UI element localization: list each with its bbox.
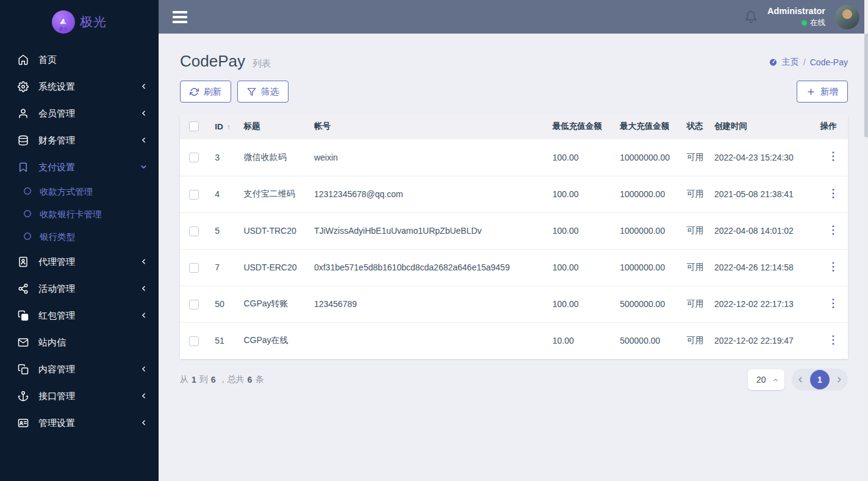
chevron-left-icon xyxy=(140,257,148,267)
cell-min-amount: 100.00 xyxy=(547,176,614,212)
row-checkbox[interactable] xyxy=(189,226,199,236)
cell-created-time: 2021-05-08 21:38:41 xyxy=(708,176,814,212)
header-account: 帐号 xyxy=(308,114,547,139)
cell-account: 12312345678@qq.com xyxy=(308,176,547,212)
cell-max-amount: 1000000.00 xyxy=(614,249,681,286)
table-row: 4 支付宝二维码 12312345678@qq.com 100.00 10000… xyxy=(180,176,848,212)
breadcrumb-home-link[interactable]: 主页 xyxy=(782,57,799,68)
sidebar-item-payment-settings[interactable]: 支付设置 xyxy=(0,154,159,181)
sidebar-item-system-settings[interactable]: 系统设置 xyxy=(0,73,159,100)
hamburger-menu-icon[interactable] xyxy=(173,11,187,23)
list-footer: 从1 到6 ，总共6 条 20 1 xyxy=(180,369,848,391)
gear-icon xyxy=(17,81,29,93)
cell-status: 可用 xyxy=(681,249,708,286)
sidebar-subitem-bank-cards[interactable]: 收款银行卡管理 xyxy=(0,203,159,226)
sidebar-item-api[interactable]: 接口管理 xyxy=(0,383,159,410)
home-icon xyxy=(17,54,29,66)
cell-min-amount: 100.00 xyxy=(547,286,614,322)
id-card-icon xyxy=(17,417,29,429)
page-subtitle: 列表 xyxy=(253,58,271,70)
cell-title: CGPay在线 xyxy=(237,322,308,359)
cell-status: 可用 xyxy=(681,176,708,212)
circle-icon xyxy=(23,209,32,220)
row-actions-button[interactable] xyxy=(829,335,838,345)
select-all-checkbox[interactable] xyxy=(189,121,199,131)
refresh-button[interactable]: 刷新 xyxy=(180,81,231,103)
sidebar-item-admin-settings[interactable]: 管理设置 xyxy=(0,410,159,436)
sidebar-item-members[interactable]: 会员管理 xyxy=(0,100,159,127)
user-info[interactable]: Administrator 在线 xyxy=(767,5,825,27)
cell-id: 5 xyxy=(209,212,237,249)
topbar: Administrator 在线 xyxy=(159,0,868,34)
brand-logo[interactable]: 极光 极光 xyxy=(0,4,159,40)
sidebar-item-home[interactable]: 首页 xyxy=(0,46,159,73)
prev-page-button[interactable] xyxy=(796,375,805,384)
row-checkbox[interactable] xyxy=(189,336,199,346)
sidebar-item-agents[interactable]: 代理管理 xyxy=(0,248,159,275)
add-button[interactable]: 新增 xyxy=(797,81,848,103)
sidebar-item-messages[interactable]: 站内信 xyxy=(0,329,159,356)
next-page-button[interactable] xyxy=(835,375,844,384)
filter-funnel-icon xyxy=(247,87,256,96)
cell-account: weixin xyxy=(308,139,547,176)
sort-asc-icon[interactable]: ↑ xyxy=(227,122,231,131)
header-id[interactable]: ID↑ xyxy=(209,114,237,139)
chevron-left-icon xyxy=(140,284,148,294)
row-actions-button[interactable] xyxy=(829,225,838,236)
cell-title: 微信收款码 xyxy=(237,139,308,176)
cell-created-time: 2022-12-02 22:19:47 xyxy=(708,322,814,359)
current-page-button[interactable]: 1 xyxy=(810,370,830,389)
row-actions-button[interactable] xyxy=(829,188,838,199)
bookmark-icon xyxy=(17,161,29,173)
cell-created-time: 2022-04-26 12:14:58 xyxy=(708,249,814,286)
chevron-left-icon xyxy=(140,418,148,429)
table-row: 3 微信收款码 weixin 100.00 10000000.00 可用 202… xyxy=(180,139,848,176)
address-book-icon xyxy=(17,256,29,268)
breadcrumb-separator: / xyxy=(803,57,806,67)
row-checkbox[interactable] xyxy=(189,263,199,273)
online-status-label: 在线 xyxy=(810,18,825,28)
sidebar-subitem-payment-methods[interactable]: 收款方式管理 xyxy=(0,181,159,203)
chevron-left-icon xyxy=(140,391,148,402)
table-row: 7 USDT-ERC20 0xf31be571e5d8b1610bcd8cda2… xyxy=(180,249,848,286)
chevron-left-icon xyxy=(140,109,148,119)
main-area: Administrator 在线 CodePay 列表 主页 / Code-Pa… xyxy=(159,0,868,481)
row-checkbox[interactable] xyxy=(189,153,199,162)
sidebar-item-red-packets[interactable]: 红包管理 xyxy=(0,302,159,329)
chevron-left-icon xyxy=(140,136,148,146)
brand-name: 极光 xyxy=(80,13,107,31)
row-checkbox[interactable] xyxy=(189,190,199,200)
row-actions-button[interactable] xyxy=(829,298,838,309)
scrollbar[interactable] xyxy=(864,0,868,481)
avatar[interactable] xyxy=(835,5,859,29)
scrollbar-thumb[interactable] xyxy=(864,34,868,137)
sidebar: 极光 极光 首页 系统设置 会员管理 财务管理 支付设置 xyxy=(0,0,159,481)
notification-bell-icon[interactable] xyxy=(744,10,758,24)
row-checkbox[interactable] xyxy=(189,300,199,309)
sidebar-menu: 首页 系统设置 会员管理 财务管理 支付设置 收款方式管理 xyxy=(0,46,159,436)
header-max-amount: 最大充值金额 xyxy=(614,114,681,139)
cell-title: 支付宝二维码 xyxy=(237,176,308,212)
filter-button[interactable]: 筛选 xyxy=(237,81,289,103)
sidebar-subitem-bank-types[interactable]: 银行类型 xyxy=(0,226,159,248)
cell-min-amount: 100.00 xyxy=(547,249,614,286)
page-size-select[interactable]: 20 xyxy=(748,369,784,390)
cell-max-amount: 10000000.00 xyxy=(614,139,681,176)
chevron-down-icon xyxy=(140,162,148,173)
red-packet-icon xyxy=(17,309,29,322)
sidebar-item-activities[interactable]: 活动管理 xyxy=(0,275,159,302)
header-title: 标题 xyxy=(237,114,308,139)
sidebar-item-content[interactable]: 内容管理 xyxy=(0,356,159,383)
cell-min-amount: 100.00 xyxy=(547,139,614,176)
sidebar-item-finance[interactable]: 财务管理 xyxy=(0,127,159,154)
cell-created-time: 2022-04-23 15:24:30 xyxy=(708,139,814,176)
header-min-amount: 最低充值金额 xyxy=(547,114,614,139)
plus-icon xyxy=(806,87,816,96)
cell-status: 可用 xyxy=(681,322,708,359)
header-action: 操作 xyxy=(814,114,848,139)
cell-created-time: 2022-04-08 14:01:02 xyxy=(708,212,814,249)
row-actions-button[interactable] xyxy=(829,261,838,272)
pagination-summary: 从1 到6 ，总共6 条 xyxy=(180,374,264,385)
refresh-icon xyxy=(190,87,199,96)
row-actions-button[interactable] xyxy=(829,151,838,162)
